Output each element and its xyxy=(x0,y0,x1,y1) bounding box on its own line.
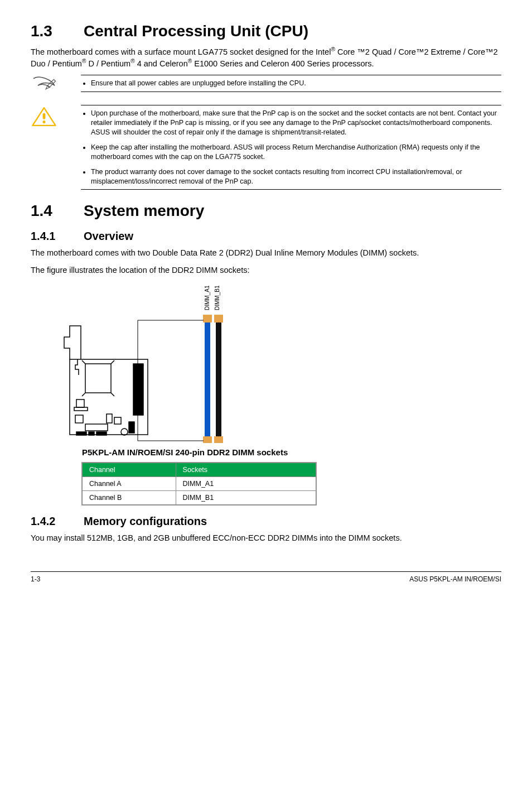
warning-note-block: Upon purchase of the motherboard, make s… xyxy=(31,105,501,190)
section-1-4-2-heading: 1.4.2Memory configurations xyxy=(31,515,501,528)
cell-socket: DIMM_B1 xyxy=(176,490,316,504)
section-1-3-heading: 1.3Central Processing Unit (CPU) xyxy=(31,22,501,40)
svg-rect-9 xyxy=(85,364,111,393)
section-1-4-heading: 1.4System memory xyxy=(31,202,501,220)
cell-channel: Channel B xyxy=(83,490,176,504)
sockets-table: Channel Sockets Channel A DIMM_A1 Channe… xyxy=(82,463,316,505)
table-header-sockets: Sockets xyxy=(176,463,316,476)
svg-rect-4 xyxy=(203,436,212,443)
cell-socket: DIMM_A1 xyxy=(176,476,316,490)
motherboard-outline-icon xyxy=(64,326,148,435)
svg-rect-20 xyxy=(129,422,134,433)
dimm-caption: P5KPL-AM IN/ROEM/SI 240-pin DDR2 DIMM so… xyxy=(82,447,501,457)
svg-rect-5 xyxy=(216,321,221,437)
section-1-4-1-heading: 1.4.1Overview xyxy=(31,230,501,243)
subsection-num: 1.4.2 xyxy=(31,515,84,528)
dimm-figure: DIMM_A1 DIMM_B1 xyxy=(31,281,501,445)
svg-rect-2 xyxy=(205,321,210,437)
dimm-slot-b-icon xyxy=(214,315,223,443)
page-footer: 1-3 ASUS P5KPL-AM IN/ROEM/SI xyxy=(31,571,501,583)
cell-channel: Channel A xyxy=(83,476,176,490)
svg-point-19 xyxy=(121,429,128,435)
sec141-p2: The figure illustrates the location of t… xyxy=(31,264,501,276)
sec142-p: You may install 512MB, 1GB, and 2GB unbu… xyxy=(31,532,501,543)
subsection-num: 1.4.1 xyxy=(31,230,84,243)
sec141-p1: The motherboard comes with two Double Da… xyxy=(31,247,501,258)
svg-rect-0 xyxy=(43,113,46,119)
table-header-channel: Channel xyxy=(83,463,176,476)
svg-rect-18 xyxy=(96,432,107,435)
section-title: System memory xyxy=(84,202,204,219)
footer-model: ASUS P5KPL-AM IN/ROEM/SI xyxy=(409,575,501,583)
subsection-title: Memory configurations xyxy=(84,515,207,527)
svg-point-1 xyxy=(42,121,45,123)
dimm-slot-a-icon xyxy=(203,315,212,443)
svg-rect-16 xyxy=(76,432,86,435)
table-row: Channel B DIMM_B1 xyxy=(83,490,316,504)
subsection-title: Overview xyxy=(84,230,133,242)
svg-rect-10 xyxy=(133,364,143,415)
warning-note-item: Upon purchase of the motherboard, make s… xyxy=(91,109,501,137)
svg-rect-21 xyxy=(74,407,88,411)
pencil-icon xyxy=(31,75,81,99)
svg-rect-11 xyxy=(76,399,84,407)
svg-rect-12 xyxy=(75,415,83,423)
svg-rect-14 xyxy=(114,417,121,424)
section-num: 1.4 xyxy=(31,202,84,220)
table-row: Channel A DIMM_A1 xyxy=(83,476,316,490)
pencil-note-block: Ensure that all power cables are unplugg… xyxy=(31,75,501,99)
svg-rect-6 xyxy=(214,315,223,323)
sec13-intro: The motherboard comes with a surface mou… xyxy=(31,46,501,69)
svg-rect-13 xyxy=(107,414,112,423)
pencil-note-item: Ensure that all power cables are unplugg… xyxy=(91,79,501,88)
footer-page-num: 1-3 xyxy=(31,575,40,583)
section-title: Central Processing Unit (CPU) xyxy=(84,22,308,40)
pencil-note-list: Ensure that all power cables are unplugg… xyxy=(81,79,501,88)
section-num: 1.3 xyxy=(31,22,84,40)
svg-rect-3 xyxy=(203,315,212,323)
dimm-b1-label: DIMM_B1 xyxy=(214,285,220,310)
svg-rect-17 xyxy=(89,432,94,435)
warning-note-item: Keep the cap after installing the mother… xyxy=(91,143,501,162)
svg-rect-7 xyxy=(214,436,223,443)
warning-note-item: The product warranty does not cover dama… xyxy=(91,167,501,186)
svg-rect-15 xyxy=(85,424,108,431)
warning-note-list: Upon purchase of the motherboard, make s… xyxy=(81,109,501,186)
warning-icon xyxy=(31,105,81,190)
dimm-a1-label: DIMM_A1 xyxy=(204,285,210,310)
